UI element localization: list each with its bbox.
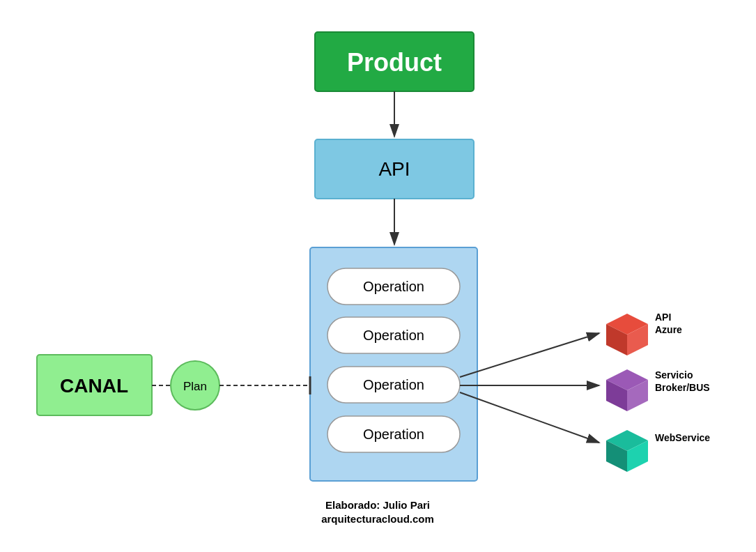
plan-label: Plan <box>183 380 207 393</box>
arrow-op3-webservice <box>460 392 599 443</box>
product-label: Product <box>347 48 442 77</box>
broker-service-icon <box>606 369 648 411</box>
azure-service-icon <box>606 314 648 355</box>
operation-1-label: Operation <box>363 279 424 294</box>
webservice-service-icon <box>606 430 648 472</box>
operation-2-label: Operation <box>363 328 424 343</box>
operation-4-label: Operation <box>363 427 424 442</box>
operation-3-label: Operation <box>363 377 424 392</box>
webservice-label1: WebService <box>655 432 710 443</box>
api-label: API <box>378 158 410 180</box>
broker-label2: Broker/BUS <box>655 382 710 393</box>
diagram-canvas: Product API Operation Operation Operatio… <box>0 0 756 552</box>
azure-label2: Azure <box>655 324 682 335</box>
canal-label: CANAL <box>60 375 128 397</box>
footer-line2: arquitecturacloud.com <box>321 513 434 525</box>
azure-label1: API <box>655 312 671 323</box>
arrow-op3-azure <box>460 333 599 377</box>
footer-line1: Elaborado: Julio Pari <box>325 499 430 511</box>
broker-label1: Servicio <box>655 369 693 381</box>
